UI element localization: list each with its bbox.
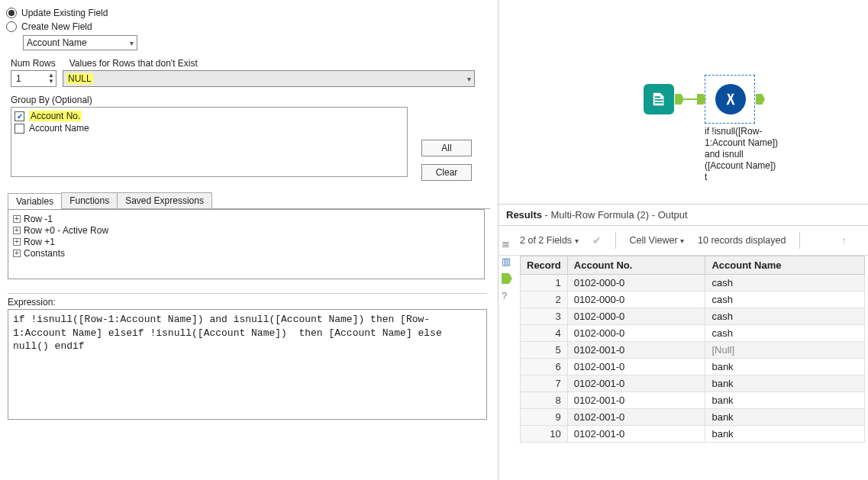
output-anchor-icon[interactable] <box>756 94 765 105</box>
tree-expand-icon: + <box>13 238 21 246</box>
table-row[interactable]: 100102-001-0bank <box>521 426 865 443</box>
groupby-item-label: Account Name <box>29 123 89 134</box>
cell-record: 6 <box>521 359 568 375</box>
fields-dropdown[interactable]: 2 of 2 Fields ▾ <box>520 235 579 246</box>
table-row[interactable]: 70102-001-0bank <box>521 375 865 392</box>
input-data-tool-icon[interactable] <box>644 84 674 114</box>
list-icon[interactable]: ≣ <box>502 238 512 250</box>
help-icon[interactable]: ? <box>502 290 512 301</box>
cell-account-name: bank <box>705 375 865 392</box>
results-table[interactable]: Record Account No. Account Name 10102-00… <box>520 256 865 443</box>
results-title: Results <box>506 209 542 221</box>
table-row[interactable]: 90102-001-0bank <box>521 409 865 426</box>
cell-account-name: bank <box>705 426 865 443</box>
cell-record: 2 <box>521 292 568 308</box>
multi-row-formula-tool-icon[interactable] <box>715 84 746 114</box>
cell-record: 1 <box>521 275 568 292</box>
cell-record: 9 <box>521 409 568 426</box>
apply-icon[interactable]: ✔ <box>592 234 602 246</box>
radio-create-new[interactable]: Create New Field <box>6 21 490 32</box>
num-rows-spinner[interactable]: 1 ▲▼ <box>11 70 56 87</box>
expression-label: Expression: <box>8 293 487 308</box>
cell-account-no: 0102-001-0 <box>567 359 705 375</box>
values-missing-value: NULL <box>66 73 93 84</box>
tree-item-label: Row -1 <box>24 214 53 224</box>
expression-editor[interactable]: if !isnull([Row-1:Account Name]) and isn… <box>8 309 487 420</box>
field-select-value: Account Name <box>27 37 87 48</box>
cell-account-no: 0102-001-0 <box>567 375 705 392</box>
sort-up-icon[interactable]: ↑ <box>841 234 847 246</box>
tree-item-label: Constants <box>24 248 65 259</box>
all-button[interactable]: All <box>421 140 472 156</box>
table-row[interactable]: 50102-001-0[Null] <box>521 342 865 359</box>
values-missing-dropdown[interactable]: NULL ▾ <box>63 70 475 87</box>
cell-record: 5 <box>521 342 568 359</box>
tree-item-label: Row +0 - Active Row <box>24 225 108 236</box>
cell-account-name: cash <box>705 292 865 308</box>
cell-account-name: bank <box>705 409 865 426</box>
tree-item-row-plus-1[interactable]: + Row +1 <box>13 237 479 247</box>
cell-account-no: 0102-001-0 <box>567 409 705 426</box>
groupby-label: Group By (Optional) <box>11 95 490 105</box>
groupby-item-label: Account No. <box>29 111 82 121</box>
results-header: Results - Multi-Row Formula (2) - Output <box>499 204 868 226</box>
groupby-listbox[interactable]: ✔ Account No. Account Name <box>11 107 408 177</box>
num-rows-label: Num Rows <box>11 58 56 69</box>
radio-label: Update Existing Field <box>21 8 108 18</box>
radio-label: Create New Field <box>21 21 92 32</box>
tab-functions[interactable]: Functions <box>61 192 118 208</box>
checkbox-empty-icon <box>15 124 24 134</box>
table-row[interactable]: 40102-000-0cash <box>521 325 865 342</box>
num-rows-value: 1 <box>16 73 21 84</box>
cell-account-no: 0102-000-0 <box>567 292 705 308</box>
cell-account-no: 0102-000-0 <box>567 325 705 342</box>
tool-annotation: if !isnull([Row-1:Account Name]) and isn… <box>705 126 781 183</box>
cell-account-no: 0102-000-0 <box>567 275 705 292</box>
cell-record: 3 <box>521 308 568 325</box>
table-row[interactable]: 30102-000-0cash <box>521 308 865 325</box>
tab-variables[interactable]: Variables <box>8 193 62 209</box>
cell-account-name: cash <box>705 308 865 325</box>
cell-account-no: 0102-001-0 <box>567 342 705 359</box>
cell-record: 8 <box>521 392 568 409</box>
tree-item-constants[interactable]: + Constants <box>13 248 479 259</box>
cell-account-name: bank <box>705 392 865 409</box>
chevron-down-icon: ▾ <box>467 75 471 83</box>
cell-record: 10 <box>521 426 568 443</box>
col-header-account-no[interactable]: Account No. <box>567 256 705 275</box>
tree-item-label: Row +1 <box>24 237 55 247</box>
output-anchor-icon[interactable] <box>675 94 684 105</box>
clear-button[interactable]: Clear <box>421 164 472 181</box>
cell-account-name: bank <box>705 359 865 375</box>
records-displayed-text: 10 records displayed <box>698 235 786 246</box>
tree-expand-icon: + <box>13 215 21 223</box>
table-row[interactable]: 20102-000-0cash <box>521 292 865 308</box>
table-row[interactable]: 60102-001-0bank <box>521 359 865 375</box>
workflow-canvas[interactable]: if !isnull([Row-1:Account Name]) and isn… <box>499 0 868 204</box>
table-row[interactable]: 80102-001-0bank <box>521 392 865 409</box>
col-header-record[interactable]: Record <box>521 256 568 275</box>
tree-item-row-minus-1[interactable]: + Row -1 <box>13 214 479 224</box>
checkbox-checked-icon: ✔ <box>15 111 24 121</box>
tree-item-row-0[interactable]: + Row +0 - Active Row <box>13 225 479 236</box>
cell-account-name: [Null] <box>705 342 865 359</box>
cell-viewer-dropdown[interactable]: Cell Viewer ▾ <box>630 235 684 246</box>
cell-record: 7 <box>521 375 568 392</box>
radio-update-existing[interactable]: Update Existing Field <box>6 8 490 18</box>
cell-account-no: 0102-001-0 <box>567 426 705 443</box>
results-subtitle: - Multi-Row Formula (2) - Output <box>545 209 688 221</box>
cell-account-no: 0102-001-0 <box>567 392 705 409</box>
input-anchor-icon[interactable] <box>502 273 512 284</box>
field-select-dropdown[interactable]: Account Name ▾ <box>23 35 137 50</box>
values-missing-label: Values for Rows that don't Exist <box>69 58 198 69</box>
cell-account-no: 0102-000-0 <box>567 308 705 325</box>
tree-expand-icon: + <box>13 227 21 234</box>
cell-account-name: cash <box>705 325 865 342</box>
groupby-item-account-no[interactable]: ✔ Account No. <box>15 111 404 121</box>
tab-saved-expressions[interactable]: Saved Expressions <box>117 192 212 208</box>
variables-tree[interactable]: + Row -1 + Row +0 - Active Row + Row +1 … <box>8 209 485 279</box>
table-row[interactable]: 10102-000-0cash <box>521 275 865 292</box>
groupby-item-account-name[interactable]: Account Name <box>15 123 404 134</box>
col-header-account-name[interactable]: Account Name <box>705 256 865 275</box>
metadata-icon[interactable]: ▥ <box>502 256 512 267</box>
